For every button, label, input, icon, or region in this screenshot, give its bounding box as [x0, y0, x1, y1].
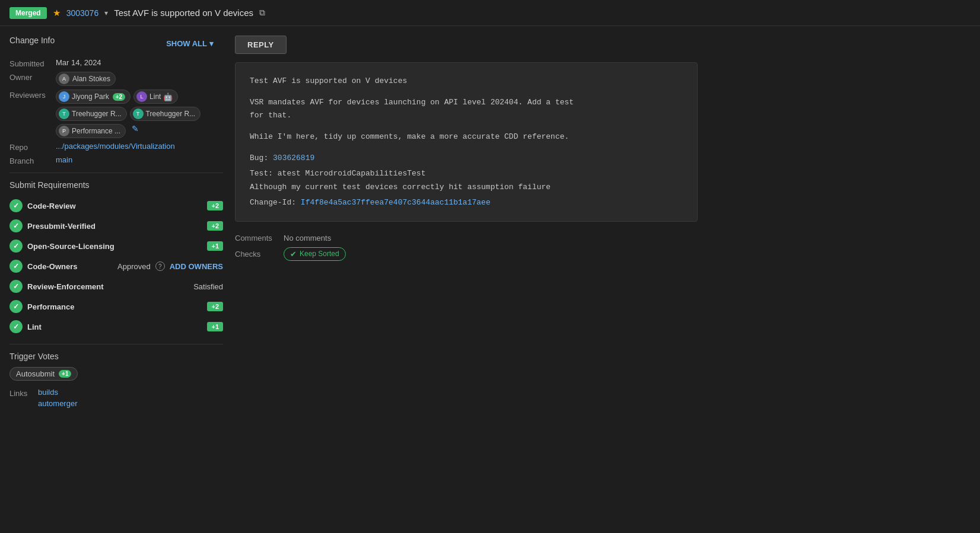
change-info-title: Change Info [9, 36, 55, 45]
commit-title: Test AVF is supported on V devices [250, 75, 683, 88]
reviewer-avatar-lint: L [136, 91, 147, 102]
req-oss-licensing: Open-Source-Licensing +1 [9, 236, 223, 256]
change-id-link[interactable]: If4f8e4a5ac37ffeea7e407c3644aac11b1a17ae… [301, 198, 491, 207]
page-title: Test AVF is supported on V devices [114, 8, 253, 18]
star-icon[interactable]: ★ [53, 8, 61, 18]
owner-label: Owner [9, 72, 56, 82]
req-badge-code-review: +2 [207, 201, 223, 210]
reviewer-chip-treehugger2[interactable]: T Treehugger R... [130, 107, 201, 121]
reviewer-name-jiyong: Jiyong Park [72, 92, 109, 101]
req-name-review-enforcement: Review-Enforcement [27, 282, 189, 291]
owner-row: Owner A Alan Stokes [9, 72, 223, 86]
merged-badge: Merged [9, 7, 47, 19]
checks-row: Checks ✔ Keep Sorted [235, 247, 971, 261]
req-badge-performance: +2 [207, 302, 223, 311]
req-check-lint [9, 320, 23, 333]
change-id-label: Change-Id: [250, 198, 296, 207]
left-panel: Change Info SHOW ALL ▾ Submitted Mar 14,… [9, 36, 223, 524]
owner-chip[interactable]: A Alan Stokes [56, 72, 116, 86]
submitted-row: Submitted Mar 14, 2024 [9, 58, 223, 68]
add-owners-link[interactable]: ADD OWNERS [170, 262, 223, 271]
reviewers-row: Reviewers J Jiyong Park +2 L Lint 🤖 T Tr… [9, 90, 223, 138]
autosubmit-badge: +1 [59, 370, 71, 378]
reviewer-chip-performance[interactable]: P Performance ... [56, 124, 126, 138]
comments-row: Comments No comments [235, 234, 971, 242]
reviewer-avatar-treehugger2: T [133, 108, 144, 119]
req-lint: Lint +1 [9, 317, 223, 337]
req-name-performance: Performance [27, 302, 202, 311]
test-note: Although my current test devices correct… [250, 181, 683, 194]
bug-line: Bug: 303626819 [250, 152, 683, 165]
keep-sorted-check-icon: ✔ [290, 250, 297, 258]
req-code-owners: Code-Owners Approved ? ADD OWNERS [9, 256, 223, 276]
reviewers-label: Reviewers [9, 90, 56, 100]
link-builds[interactable]: builds [38, 388, 77, 397]
reply-button[interactable]: REPLY [235, 36, 287, 54]
submitted-date: Mar 14, 2024 [56, 58, 101, 67]
branch-link[interactable]: main [56, 155, 72, 164]
commit-message-box: Test AVF is supported on V devices VSR m… [235, 62, 698, 222]
req-text-review-enforcement: Satisfied [193, 282, 223, 291]
show-all-button[interactable]: SHOW ALL ▾ [166, 39, 214, 48]
autosubmit-chip[interactable]: Autosubmit +1 [9, 367, 78, 381]
commit-body2: While I'm here, tidy up comments, make a… [250, 130, 683, 143]
submitted-label: Submitted [9, 58, 56, 68]
req-performance: Performance +2 [9, 296, 223, 317]
bug-link[interactable]: 303626819 [273, 154, 314, 162]
req-check-review-enforcement [9, 280, 23, 293]
req-badge-lint: +1 [207, 322, 223, 331]
comments-value: No comments [284, 234, 331, 242]
links-label: Links [9, 388, 33, 398]
copy-icon[interactable]: ⧉ [259, 8, 265, 18]
branch-row: Branch main [9, 155, 223, 165]
chevron-icon[interactable]: ▾ [104, 9, 108, 17]
req-name-oss: Open-Source-Licensing [27, 242, 202, 251]
branch-label: Branch [9, 155, 56, 165]
req-review-enforcement: Review-Enforcement Satisfied [9, 276, 223, 296]
req-name-presubmit: Presubmit-Verified [27, 222, 202, 231]
reviewer-chip-jiyong[interactable]: J Jiyong Park +2 [56, 90, 131, 104]
req-check-code-owners [9, 260, 23, 273]
reviewer-avatar-jiyong: J [59, 91, 69, 102]
req-badge-oss: +1 [207, 241, 223, 251]
reviewer-avatar-performance: P [59, 126, 69, 136]
submit-req-title: Submit Requirements [9, 180, 223, 190]
reviewer-emoji-lint: 🤖 [163, 92, 173, 101]
reviewer-name-performance: Performance ... [72, 127, 120, 135]
repo-row: Repo .../packages/modules/Virtualization [9, 142, 223, 152]
reviewer-name-lint: Lint [149, 92, 161, 101]
commit-body1: VSR mandates AVF for devices launching o… [250, 96, 683, 122]
keep-sorted-label: Keep Sorted [300, 250, 339, 258]
change-number[interactable]: 3003076 [66, 8, 99, 18]
req-presubmit: Presubmit-Verified +2 [9, 216, 223, 236]
keep-sorted-badge[interactable]: ✔ Keep Sorted [284, 247, 346, 261]
links-section: Links builds automerger [9, 388, 223, 408]
repo-link[interactable]: .../packages/modules/Virtualization [56, 142, 175, 151]
help-icon-code-owners[interactable]: ? [155, 261, 165, 271]
req-text-code-owners: Approved [117, 262, 151, 271]
req-check-performance [9, 300, 23, 313]
link-automerger[interactable]: automerger [38, 399, 77, 408]
req-check-oss [9, 240, 23, 253]
edit-reviewers-icon[interactable]: ✎ [132, 124, 139, 138]
req-name-code-owners: Code-Owners [27, 262, 113, 271]
test-line: Test: atest MicrodroidCapabilitiesTest [250, 167, 683, 180]
links-list: builds automerger [38, 388, 77, 408]
reviewer-avatar-treehugger1: T [59, 108, 69, 119]
top-bar: Merged ★ 3003076 ▾ Test AVF is supported… [0, 0, 980, 26]
autosubmit-label: Autosubmit [16, 369, 55, 378]
change-id-line: Change-Id: If4f8e4a5ac37ffeea7e407c3644a… [250, 196, 683, 209]
reviewer-badge-jiyong: +2 [113, 93, 125, 101]
reviewer-chip-lint[interactable]: L Lint 🤖 [133, 90, 178, 104]
trigger-votes-title: Trigger Votes [9, 352, 223, 361]
reviewer-chip-treehugger1[interactable]: T Treehugger R... [56, 107, 127, 121]
req-name-code-review: Code-Review [27, 202, 202, 210]
reviewer-name-treehugger1: Treehugger R... [72, 110, 122, 118]
repo-label: Repo [9, 142, 56, 152]
req-badge-presubmit: +2 [207, 221, 223, 231]
comments-label: Comments [235, 234, 276, 242]
bug-label: Bug: [250, 154, 268, 162]
req-name-lint: Lint [27, 323, 202, 331]
right-panel: REPLY Test AVF is supported on V devices… [235, 36, 971, 524]
req-check-code-review [9, 199, 23, 212]
